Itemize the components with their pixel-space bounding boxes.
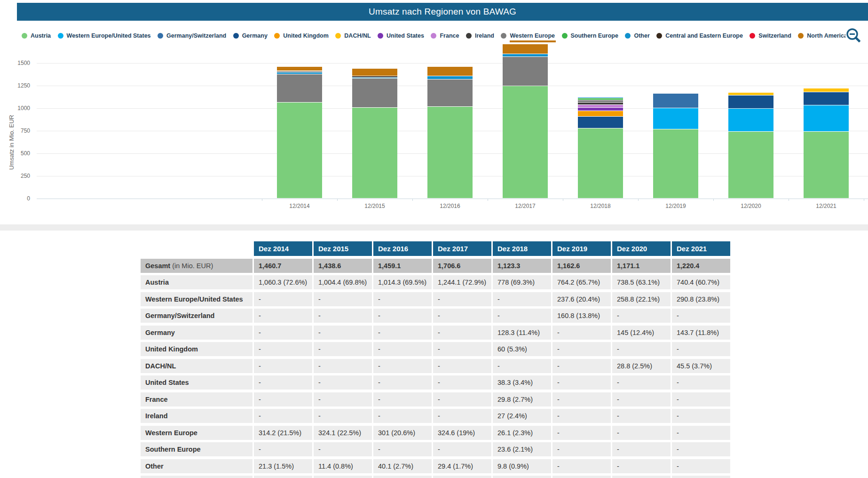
legend-item-switzerland[interactable]: Switzerland <box>750 32 791 39</box>
bar-segment-central-and-eastern-europe[interactable] <box>352 76 397 77</box>
table-cutoff-cell <box>493 476 551 478</box>
bar-segment-united-kingdom[interactable] <box>578 111 623 116</box>
legend-item-southern-europe[interactable]: Southern Europe <box>562 32 618 39</box>
bar-segment-austria[interactable] <box>352 108 397 198</box>
legend-swatch-icon <box>798 33 804 39</box>
bar-segment-germany[interactable] <box>578 117 623 128</box>
table-cutoff-cell <box>141 476 253 478</box>
table-cell: - <box>672 442 730 456</box>
bar-segment-north-america[interactable] <box>352 69 397 76</box>
legend-item-dach-nl[interactable]: DACH/NL <box>335 32 371 39</box>
table-cell: - <box>373 309 432 323</box>
y-tick-label: 1500 <box>0 59 30 67</box>
table-cell: - <box>433 442 491 456</box>
bar-segment-western-europe[interactable] <box>427 80 473 106</box>
bar-segment-austria[interactable] <box>728 132 773 198</box>
bar-segment-other[interactable] <box>427 76 473 80</box>
table-cell: 258.8 (22.1%) <box>612 292 671 306</box>
table-cell: 29.4 (1.7%) <box>433 459 491 473</box>
legend-swatch-icon <box>158 33 163 39</box>
table-cell: 764.2 (65.7%) <box>552 275 611 289</box>
legend-item-western-europe-united-states[interactable]: Western Europe/United States <box>58 32 151 39</box>
legend-item-germany-switzerland[interactable]: Germany/Switzerland <box>158 32 226 39</box>
bar-segment-other[interactable] <box>277 72 322 74</box>
table-cell: 1,060.3 (72.6%) <box>254 275 312 289</box>
table-cell: - <box>254 392 312 406</box>
table-cell: - <box>672 309 730 323</box>
legend-item-ireland[interactable]: Ireland <box>466 32 494 39</box>
bar-segment-united-states[interactable] <box>578 108 623 111</box>
bar-segment-ireland[interactable] <box>578 103 623 104</box>
table-cell: 23.6 (2.1%) <box>493 442 551 456</box>
bar-segment-western-europe-united-states[interactable] <box>804 105 849 131</box>
table-cell: - <box>433 292 491 306</box>
zoom-out-icon[interactable] <box>845 27 862 44</box>
x-axis-tick <box>488 199 488 201</box>
bar-segment-dach-nl[interactable] <box>728 93 773 95</box>
legend-swatch-icon <box>466 33 472 39</box>
table-cell: - <box>433 359 491 373</box>
bar-segment-western-europe-united-states[interactable] <box>653 108 698 129</box>
bar-segment-other[interactable] <box>578 97 623 98</box>
bar-segment-germany-switzerland[interactable] <box>653 94 698 108</box>
table-header-cell: Dez 2019 <box>552 241 611 256</box>
bar-segment-austria[interactable] <box>503 86 548 198</box>
table-cell: 314.2 (21.5%) <box>254 426 312 440</box>
table-row-label-dach-nl: DACH/NL <box>141 359 253 373</box>
legend-swatch-icon <box>378 33 383 39</box>
bar-segment-france[interactable] <box>578 105 623 107</box>
table-cell: 738.5 (63.1%) <box>612 275 671 289</box>
table-cell: - <box>612 375 671 390</box>
bar-segment-western-europe[interactable] <box>277 74 322 102</box>
bar-segment-north-america[interactable] <box>427 67 473 76</box>
table-cell: - <box>254 326 312 340</box>
bar-segment-western-europe[interactable] <box>503 57 548 86</box>
legend-item-germany[interactable]: Germany <box>233 32 268 39</box>
legend-item-united-kingdom[interactable]: United Kingdom <box>274 32 329 39</box>
table-cell: - <box>314 442 372 456</box>
bar-segment-austria[interactable] <box>277 103 322 198</box>
legend-swatch-icon <box>750 33 755 39</box>
table-cell: - <box>314 409 372 423</box>
bar-segment-germany[interactable] <box>804 92 849 105</box>
table-cell: - <box>373 442 432 456</box>
table-cell: - <box>373 409 432 423</box>
legend-item-united-states[interactable]: United States <box>378 32 424 39</box>
legend-item-north-america[interactable]: North America <box>798 32 847 39</box>
bar-segment-north-america[interactable] <box>277 67 322 71</box>
bar-segment-western-europe[interactable] <box>578 100 623 102</box>
table-cell: 1,123.3 <box>493 259 551 273</box>
legend-item-central-and-eastern-europe[interactable]: Central and Eastern Europe <box>656 32 743 39</box>
legend-highlight-underline <box>510 40 556 42</box>
legend-item-austria[interactable]: Austria <box>22 32 51 39</box>
bar-segment-western-europe[interactable] <box>352 79 397 107</box>
legend-item-other[interactable]: Other <box>625 32 649 39</box>
bar-segment-dach-nl[interactable] <box>804 88 849 92</box>
legend-item-western-europe[interactable]: Western Europe <box>501 32 555 39</box>
bar-segment-other[interactable] <box>352 78 397 78</box>
table-cell: 38.3 (3.4%) <box>493 375 551 390</box>
bar-segment-austria[interactable] <box>578 128 623 198</box>
legend-swatch-icon <box>274 33 280 39</box>
bar-segment-central-and-eastern-europe[interactable] <box>277 72 322 72</box>
bar-segment-austria[interactable] <box>804 132 849 198</box>
table-cell: - <box>373 359 432 373</box>
bar-segment-germany[interactable] <box>728 96 773 108</box>
bar-segment-southern-europe[interactable] <box>578 98 623 100</box>
y-tick-label: 750 <box>0 127 30 135</box>
table-cell: 1,004.4 (69.8%) <box>314 275 372 289</box>
table-cell: 40.1 (2.7%) <box>373 459 432 473</box>
bar-segment-austria[interactable] <box>427 107 473 198</box>
bar-segment-other[interactable] <box>503 54 548 56</box>
bar-segment-austria[interactable] <box>653 129 698 198</box>
table-cell: 1,244.1 (72.9%) <box>433 275 491 289</box>
legend-item-france[interactable]: France <box>431 32 459 39</box>
table-header-cell: Dez 2014 <box>254 241 312 256</box>
table-cell: - <box>552 392 611 406</box>
x-axis-tick <box>563 199 563 201</box>
x-tick-label: 12/2014 <box>276 203 323 209</box>
x-axis-tick <box>262 199 262 201</box>
x-axis-tick <box>864 199 864 201</box>
bar-segment-western-europe-united-states[interactable] <box>728 109 773 132</box>
bar-segment-north-america[interactable] <box>503 44 548 54</box>
